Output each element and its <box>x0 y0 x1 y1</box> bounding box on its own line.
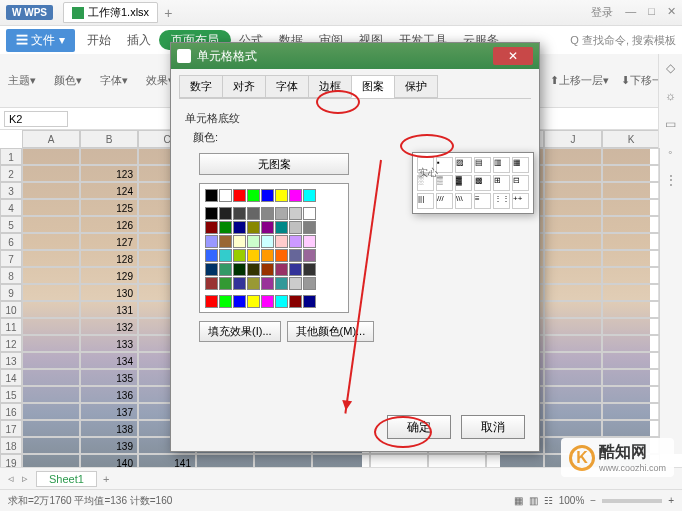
color-swatch[interactable] <box>219 235 232 248</box>
cell[interactable] <box>22 250 80 267</box>
prev-sheet-icon[interactable]: ◃ <box>8 472 14 485</box>
color-swatch[interactable] <box>233 249 246 262</box>
col-header[interactable]: K <box>602 130 660 148</box>
color-swatch[interactable] <box>247 207 260 220</box>
color-swatch[interactable] <box>289 263 302 276</box>
cell[interactable] <box>22 403 80 420</box>
row-header[interactable]: 19 <box>0 454 22 467</box>
color-swatch[interactable] <box>219 295 232 308</box>
color-swatch[interactable] <box>205 221 218 234</box>
cell[interactable] <box>486 454 544 467</box>
color-swatch[interactable] <box>219 249 232 262</box>
pattern-option[interactable]: ▨ <box>455 157 472 173</box>
new-tab-button[interactable]: + <box>164 5 172 21</box>
add-sheet-icon[interactable]: + <box>103 473 109 485</box>
zoom-level[interactable]: 100% <box>559 495 585 506</box>
color-swatch[interactable] <box>233 207 246 220</box>
color-swatch[interactable] <box>233 221 246 234</box>
cell[interactable] <box>22 284 80 301</box>
cell[interactable] <box>544 233 602 250</box>
dialog-tab[interactable]: 字体 <box>265 75 309 98</box>
row-header[interactable]: 14 <box>0 369 22 386</box>
close-icon[interactable]: ✕ <box>667 5 676 20</box>
side-icon[interactable]: ▭ <box>659 110 682 138</box>
pattern-option[interactable]: ⊟ <box>512 175 529 191</box>
color-swatch[interactable] <box>247 295 260 308</box>
color-swatch[interactable] <box>261 221 274 234</box>
color-swatch[interactable] <box>261 263 274 276</box>
cell[interactable] <box>544 335 602 352</box>
side-icon[interactable]: ◇ <box>659 54 682 82</box>
menu-item[interactable]: 开始 <box>79 30 119 50</box>
more-colors-button[interactable]: 其他颜色(M)... <box>287 321 375 342</box>
color-swatch[interactable] <box>205 189 218 202</box>
row-header[interactable]: 6 <box>0 233 22 250</box>
side-icon[interactable]: ◦ <box>659 138 682 166</box>
color-swatch[interactable] <box>205 277 218 290</box>
row-header[interactable]: 17 <box>0 420 22 437</box>
color-swatch[interactable] <box>205 235 218 248</box>
cell[interactable] <box>22 420 80 437</box>
cell[interactable] <box>544 284 602 301</box>
cell[interactable] <box>544 199 602 216</box>
cell[interactable] <box>544 148 602 165</box>
color-swatch[interactable] <box>261 189 274 202</box>
view-pagebreak-icon[interactable]: ☷ <box>544 495 553 506</box>
row-header[interactable]: 13 <box>0 352 22 369</box>
color-swatch[interactable] <box>205 295 218 308</box>
color-swatch[interactable] <box>247 277 260 290</box>
cell[interactable] <box>22 318 80 335</box>
cell[interactable] <box>22 301 80 318</box>
minimize-icon[interactable]: — <box>625 5 636 20</box>
color-swatch[interactable] <box>289 221 302 234</box>
color-swatch[interactable] <box>289 295 302 308</box>
pattern-option[interactable]: /// <box>436 193 453 209</box>
color-swatch[interactable] <box>303 295 316 308</box>
color-swatch[interactable] <box>261 249 274 262</box>
color-swatch[interactable] <box>303 235 316 248</box>
search-box[interactable]: Q 查找命令, 搜索模板 <box>570 33 676 48</box>
next-sheet-icon[interactable]: ▹ <box>22 472 28 485</box>
color-swatch[interactable] <box>303 189 316 202</box>
row-header[interactable]: 1 <box>0 148 22 165</box>
color-swatch[interactable] <box>303 263 316 276</box>
pattern-option[interactable]: ▥ <box>493 157 510 173</box>
color-swatch[interactable] <box>219 207 232 220</box>
cell[interactable] <box>22 216 80 233</box>
zoom-slider[interactable] <box>602 499 662 503</box>
cell[interactable]: 124 <box>80 182 138 199</box>
cell[interactable] <box>22 352 80 369</box>
view-pagelayout-icon[interactable]: ▥ <box>529 495 538 506</box>
pattern-option[interactable]: ▤ <box>474 157 491 173</box>
color-swatch[interactable] <box>275 263 288 276</box>
cell[interactable] <box>22 369 80 386</box>
zoom-in-icon[interactable]: + <box>668 495 674 506</box>
cell[interactable]: 135 <box>80 369 138 386</box>
row-header[interactable]: 7 <box>0 250 22 267</box>
cell[interactable] <box>544 352 602 369</box>
menu-item[interactable]: 插入 <box>119 30 159 50</box>
row-header[interactable]: 15 <box>0 386 22 403</box>
color-swatch[interactable] <box>247 235 260 248</box>
cell[interactable]: 131 <box>80 301 138 318</box>
cell[interactable] <box>544 301 602 318</box>
cell[interactable] <box>544 403 602 420</box>
maximize-icon[interactable]: □ <box>648 5 655 20</box>
fill-effects-button[interactable]: 填充效果(I)... <box>199 321 281 342</box>
row-header[interactable]: 10 <box>0 301 22 318</box>
color-swatch[interactable] <box>275 207 288 220</box>
cell[interactable]: 129 <box>80 267 138 284</box>
cancel-button[interactable]: 取消 <box>461 415 525 439</box>
dialog-tab[interactable]: 图案 <box>351 75 395 98</box>
cell[interactable] <box>602 148 660 165</box>
col-header[interactable]: B <box>80 130 138 148</box>
cell[interactable] <box>22 437 80 454</box>
row-header[interactable]: 2 <box>0 165 22 182</box>
color-swatch[interactable] <box>247 189 260 202</box>
row-header[interactable]: 5 <box>0 216 22 233</box>
cell[interactable] <box>544 369 602 386</box>
color-swatch[interactable] <box>233 263 246 276</box>
cell[interactable] <box>602 335 660 352</box>
color-swatch[interactable] <box>219 263 232 276</box>
cell[interactable] <box>544 165 602 182</box>
